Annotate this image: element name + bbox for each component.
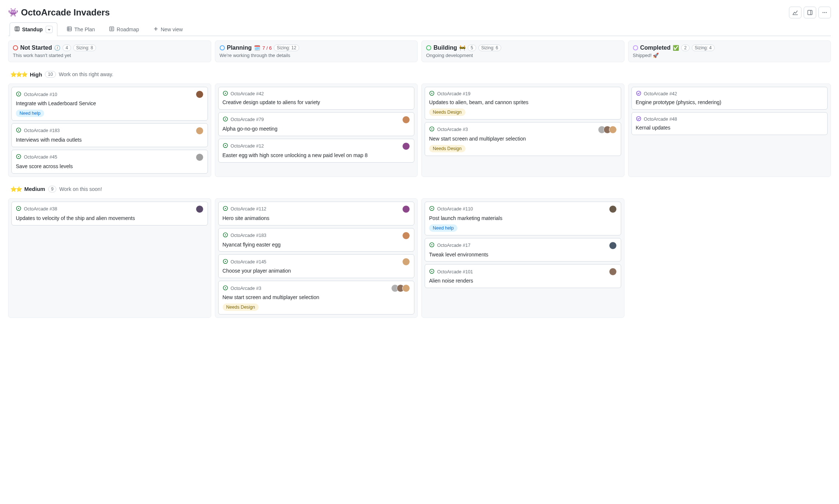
- card-title: Choose your player animation: [223, 267, 410, 274]
- lane-medium-building[interactable]: OctoArcade #110 Post launch marketing ma…: [421, 198, 624, 318]
- card-reference: OctoArcade #38: [24, 206, 57, 212]
- card-title: Save score across levels: [16, 163, 203, 170]
- status-icon: [429, 269, 435, 275]
- section-desc: Work on this right away.: [59, 71, 113, 77]
- svg-point-38: [431, 244, 432, 245]
- card[interactable]: OctoArcade #12 Easter egg with high scor…: [218, 139, 415, 163]
- avatar: [196, 205, 203, 213]
- lane-high-notstarted[interactable]: OctoArcade #10 Integrate with Leaderboar…: [8, 84, 211, 177]
- table-icon: [67, 26, 72, 33]
- assignee-avatars: [611, 268, 617, 276]
- status-icon: [636, 90, 641, 97]
- lane-high-building[interactable]: OctoArcade #19 Updates to alien, beam, a…: [421, 84, 624, 177]
- insights-button[interactable]: [789, 7, 801, 18]
- card[interactable]: OctoArcade #10 Integrate with Leaderboar…: [11, 87, 208, 121]
- card[interactable]: OctoArcade #42 Creative design update to…: [218, 87, 415, 110]
- section-count: 9: [48, 186, 57, 192]
- svg-point-3: [826, 12, 827, 13]
- card[interactable]: OctoArcade #3 New start screen and multi…: [218, 281, 415, 315]
- assignee-avatars: [198, 127, 203, 135]
- lane-medium-notstarted[interactable]: OctoArcade #38 Updates to velocity of th…: [8, 198, 211, 318]
- card-title: Nyancat flying easter egg: [223, 241, 410, 248]
- avatar: [609, 268, 617, 276]
- tab-the-plan[interactable]: The Plan: [62, 23, 100, 36]
- card[interactable]: OctoArcade #17 Tweak level environments: [425, 238, 621, 262]
- card-reference: OctoArcade #48: [644, 117, 677, 122]
- column-fraction: 7 / 6: [262, 45, 272, 51]
- svg-point-2: [824, 12, 825, 13]
- status-icon: [16, 154, 21, 160]
- section-header-medium: ⭐⭐ Medium 9 Work on this soon!: [8, 181, 831, 195]
- svg-point-20: [431, 93, 432, 94]
- card[interactable]: OctoArcade #3 New start screen and multi…: [425, 122, 621, 156]
- svg-point-22: [431, 128, 432, 129]
- card[interactable]: OctoArcade #38 Updates to velocity of th…: [11, 202, 208, 226]
- column-emoji: 🚧: [459, 45, 465, 51]
- column-desc: We're working through the details: [220, 53, 413, 58]
- card[interactable]: OctoArcade #145 Choose your player anima…: [218, 254, 415, 278]
- tab-label: The Plan: [74, 26, 95, 32]
- svg-point-16: [225, 118, 226, 120]
- card[interactable]: OctoArcade #48 Kernal updates: [631, 112, 828, 135]
- lane-high-planning[interactable]: OctoArcade #42 Creative design update to…: [215, 84, 418, 177]
- assignee-avatars: [404, 142, 410, 150]
- card-title: Integrate with Leaderboard Service: [16, 100, 203, 107]
- chevron-down-icon[interactable]: [46, 26, 53, 33]
- tab-standup[interactable]: Standup: [10, 22, 57, 36]
- card-reference: OctoArcade #42: [644, 91, 677, 96]
- card-badge: Need help: [429, 224, 457, 232]
- card-title: Interviews with media outlets: [16, 136, 203, 143]
- svg-point-26: [18, 208, 19, 209]
- card[interactable]: OctoArcade #183 Interviews with media ou…: [11, 123, 208, 147]
- card-reference: OctoArcade #19: [437, 91, 470, 96]
- panel-button[interactable]: [804, 7, 816, 18]
- card[interactable]: OctoArcade #19 Updates to alien, beam, a…: [425, 87, 621, 120]
- assignee-avatars: [600, 126, 617, 134]
- section-title: Medium: [24, 186, 45, 192]
- svg-point-40: [431, 271, 432, 272]
- card-reference: OctoArcade #17: [437, 243, 470, 248]
- card[interactable]: OctoArcade #42 Engine prototype (physics…: [631, 87, 828, 110]
- tab-label: Standup: [22, 26, 43, 32]
- assignee-avatars: [611, 242, 617, 249]
- card[interactable]: OctoArcade #101 Alien noise renders: [425, 264, 621, 288]
- card-badge: Need help: [16, 110, 44, 117]
- avatar: [402, 142, 410, 150]
- status-dot: [220, 45, 225, 50]
- lane-medium-completed[interactable]: [628, 198, 831, 318]
- status-icon: [223, 143, 228, 149]
- card-title: New start screen and multiplayer selecti…: [223, 294, 410, 301]
- card[interactable]: OctoArcade #110 Post launch marketing ma…: [425, 202, 621, 235]
- lane-medium-planning[interactable]: OctoArcade #112 Hero site animations Oct…: [215, 198, 418, 318]
- avatar: [609, 205, 617, 213]
- lane-high-completed[interactable]: OctoArcade #42 Engine prototype (physics…: [628, 84, 831, 177]
- column-desc: This work hasn't started yet: [13, 53, 206, 58]
- avatar: [196, 127, 203, 135]
- section-count: 10: [45, 71, 56, 78]
- tab-roadmap[interactable]: Roadmap: [104, 23, 144, 36]
- svg-point-8: [18, 93, 19, 95]
- card-reference: OctoArcade #183: [231, 233, 266, 238]
- section-title: High: [30, 71, 42, 78]
- priority-stars: ⭐⭐: [10, 186, 21, 192]
- more-button[interactable]: [818, 7, 831, 18]
- project-icon: 👾: [8, 8, 18, 17]
- card[interactable]: OctoArcade #183 Nyancat flying easter eg…: [218, 228, 415, 252]
- card[interactable]: OctoArcade #112 Hero site animations: [218, 202, 415, 226]
- tab-label: New view: [161, 26, 183, 32]
- tab-new-view[interactable]: New view: [148, 23, 188, 36]
- status-icon: [636, 116, 641, 123]
- section-desc: Work on this soon!: [59, 186, 102, 192]
- card[interactable]: OctoArcade #79 Alpha go-no-go meeting: [218, 112, 415, 136]
- status-icon: [429, 242, 435, 249]
- list-icon: [109, 26, 114, 33]
- card-title: Updates to alien, beam, and cannon sprit…: [429, 99, 617, 106]
- card-reference: OctoArcade #79: [231, 117, 264, 122]
- card-badge: Needs Design: [429, 109, 465, 116]
- card-title: Alpha go-no-go meeting: [223, 125, 410, 132]
- view-tabs: StandupThe PlanRoadmapNew view: [8, 22, 831, 36]
- card[interactable]: OctoArcade #45 Save score across levels: [11, 150, 208, 174]
- card-title: Post launch marketing materials: [429, 215, 617, 222]
- card-reference: OctoArcade #112: [231, 206, 266, 212]
- svg-point-34: [225, 287, 226, 288]
